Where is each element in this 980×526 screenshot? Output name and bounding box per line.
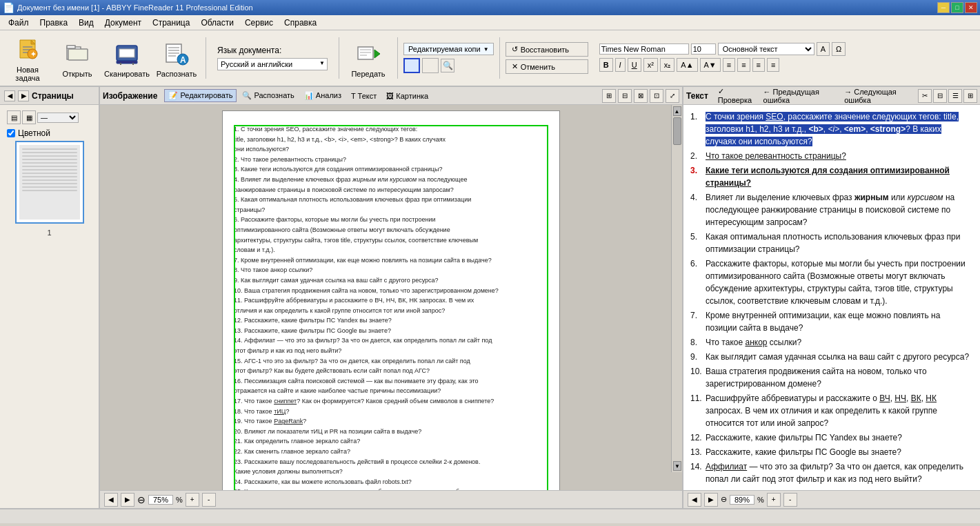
format-omega-button[interactable]: Ω	[832, 42, 846, 56]
color-checkbox[interactable]	[7, 129, 15, 137]
image-analysis-btn[interactable]: 📊 Анализ	[300, 89, 346, 102]
underline-button[interactable]: U	[628, 58, 641, 72]
text-item-1: 1. С точки зрения SEO, расскажите значен…	[690, 110, 973, 148]
align-center-button[interactable]: ≡	[737, 58, 750, 72]
menu-help[interactable]: Справка	[279, 17, 322, 29]
text-prev-error-btn[interactable]: ← Предыдущая ошибка	[759, 86, 839, 106]
minimize-button[interactable]: ─	[937, 2, 950, 13]
recognize-icon: A	[162, 39, 191, 68]
subscript-button[interactable]: x₂	[660, 58, 675, 72]
item-num-7: 7.	[690, 309, 703, 334]
lang-select-wrap[interactable]: Русский и английски Русский Английский	[217, 58, 328, 70]
close-button[interactable]: ✕	[965, 2, 977, 13]
menu-view[interactable]: Вид	[73, 17, 99, 29]
item-num-9: 9.	[690, 351, 703, 363]
page-mode-buttons: ▤ ▦ —	[7, 110, 79, 124]
scan-button[interactable]: Сканировать	[103, 33, 150, 83]
image-zoom-plus[interactable]: +	[186, 493, 199, 507]
menu-document[interactable]: Документ	[99, 17, 147, 29]
bold-button[interactable]: B	[599, 58, 613, 72]
recognize-button[interactable]: A Распознать	[153, 33, 200, 83]
align-right-button[interactable]: ≡	[752, 58, 765, 72]
page-mode-btn2[interactable]: ▦	[22, 110, 36, 124]
svg-text:✦: ✦	[30, 50, 37, 58]
scroll-down-btn[interactable]: ▼	[673, 461, 681, 471]
image-tool-btn5[interactable]: ⊞	[602, 89, 616, 103]
svg-rect-8	[67, 46, 75, 48]
open-button[interactable]: Открыть	[54, 33, 101, 83]
image-tool-btn9[interactable]: ⤢	[666, 89, 679, 103]
page-thumbnail[interactable]	[15, 141, 84, 224]
page-filter-select[interactable]: —	[37, 113, 79, 123]
item-text-3: Какие теги используются для создания опт…	[706, 164, 973, 189]
page-mode-btn1[interactable]: ▤	[7, 110, 21, 124]
editable-copy-dropdown[interactable]: Редактируемая копи	[403, 43, 494, 55]
format-a-button[interactable]: A	[817, 42, 830, 56]
text-content-area[interactable]: 1. С точки зрения SEO, расскажите значен…	[683, 105, 980, 490]
text-zoom-plus[interactable]: +	[767, 493, 781, 507]
image-tool-btn6[interactable]: ⊟	[618, 89, 632, 103]
menu-edit[interactable]: Правка	[34, 17, 74, 29]
font-size-input[interactable]	[691, 43, 716, 55]
text-zoom-input[interactable]	[730, 495, 754, 505]
text-tool-btn1[interactable]: ✂	[918, 89, 932, 103]
menu-page[interactable]: Страница	[147, 17, 195, 29]
image-zoom-minus[interactable]: -	[202, 493, 216, 507]
image-scroll-left[interactable]: ◀	[104, 493, 118, 507]
menu-areas[interactable]: Области	[195, 17, 239, 29]
item-text-13: Расскажите, какие фильтры ПС Google вы з…	[706, 446, 973, 458]
document-canvas: 1. С точки зрения SEO, расскажите значен…	[222, 110, 560, 490]
image-edit-btn[interactable]: 📝 Редактировать	[164, 89, 237, 102]
cancel-button[interactable]: ✕ Отменить	[506, 59, 588, 74]
image-recognize-btn[interactable]: 🔍 Распознать	[238, 89, 298, 102]
view-split-button[interactable]	[422, 58, 439, 73]
color-option: Цветной	[4, 128, 50, 138]
title-bar-controls[interactable]: ─ □ ✕	[937, 2, 977, 13]
maximize-button[interactable]: □	[951, 2, 963, 13]
text-tool-btn3[interactable]: ☰	[948, 89, 962, 103]
image-content: ▲ ▼ 1. С точки зрения SEO, расскажите зн…	[100, 105, 682, 490]
text-scroll-right[interactable]: ▶	[704, 493, 718, 507]
text-scroll-left[interactable]: ◀	[688, 493, 701, 507]
item-text-12: Расскажите, какие фильтры ПС Yandex вы з…	[706, 431, 973, 444]
image-text-btn[interactable]: T Текст	[347, 90, 381, 102]
increase-font-button[interactable]: A▲	[677, 58, 697, 72]
image-tool-btn8[interactable]: ⊡	[650, 89, 663, 103]
align-left-button[interactable]: ≡	[723, 58, 735, 72]
item-num-5: 5.	[690, 231, 703, 255]
image-scroll-right[interactable]: ▶	[121, 493, 134, 507]
text-item-2: 2. Что такое релевантность страницы?	[690, 150, 973, 162]
new-task-button[interactable]: ✦ Новая задача	[4, 33, 51, 83]
menu-file[interactable]: Файл	[3, 17, 34, 29]
text-next-error-btn[interactable]: → Следующая ошибка	[840, 86, 917, 106]
image-scrollbar-v[interactable]: ▲ ▼	[671, 105, 682, 472]
italic-button[interactable]: I	[615, 58, 626, 72]
font-name-input[interactable]	[599, 43, 689, 55]
text-tool-btn4[interactable]: ⊞	[963, 89, 977, 103]
restore-button[interactable]: ↺ Восстановить	[506, 42, 588, 57]
item-num-1: 1.	[690, 110, 703, 148]
text-check-btn[interactable]: ✓ Проверка	[714, 85, 758, 106]
restore-icon: ↺	[512, 45, 518, 54]
text-tool-btn2[interactable]: ⊟	[933, 89, 947, 103]
send-button[interactable]: Передать	[345, 33, 392, 83]
decrease-font-button[interactable]: A▼	[700, 58, 721, 72]
scroll-thumb[interactable]	[673, 117, 681, 145]
menu-service[interactable]: Сервис	[239, 17, 279, 29]
image-zoom-input[interactable]	[148, 495, 173, 505]
pages-nav-back[interactable]: ◀	[4, 90, 15, 101]
superscript-button[interactable]: x²	[643, 58, 658, 72]
image-tool-btn7[interactable]: ⊠	[634, 89, 648, 103]
language-select[interactable]: Русский и английски Русский Английский	[217, 58, 328, 70]
pages-content: ▤ ▦ — Цветной	[0, 105, 99, 508]
scroll-up-btn[interactable]: ▲	[673, 106, 681, 116]
align-justify-button[interactable]: ≡	[767, 58, 779, 72]
pages-nav-forward[interactable]: ▶	[18, 90, 29, 101]
view-page-button[interactable]	[403, 58, 420, 73]
pages-panel-title: Страницы	[32, 91, 74, 101]
toolbar-separator-1	[206, 37, 206, 79]
zoom-button[interactable]: 🔍	[441, 59, 454, 72]
image-picture-btn[interactable]: 🖼 Картинка	[382, 90, 432, 102]
text-zoom-minus[interactable]: -	[783, 493, 797, 507]
font-style-select[interactable]: Основной текст Заголовок	[718, 43, 814, 55]
